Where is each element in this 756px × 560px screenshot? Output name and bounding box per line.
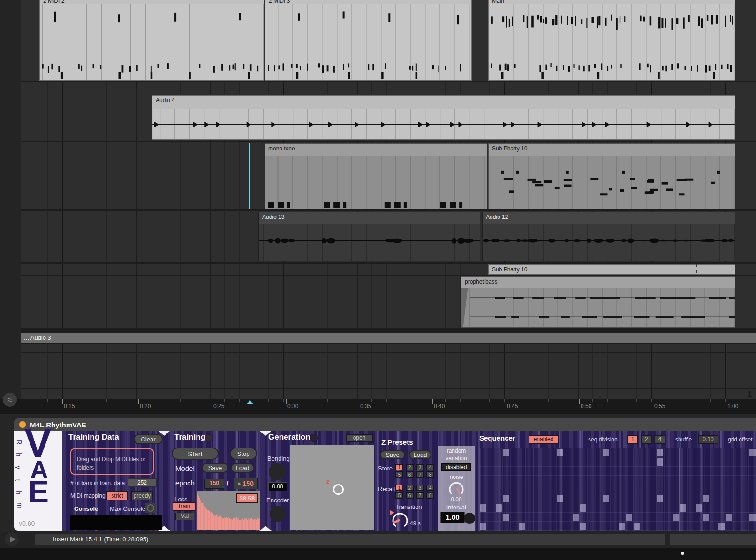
seq-step-active[interactable] <box>557 495 563 502</box>
insert-marker-icon[interactable] <box>247 400 253 404</box>
recall-slot-1[interactable]: 1 <box>395 485 403 491</box>
clip-main[interactable]: Main <box>488 0 735 81</box>
clip-audio-13[interactable]: Audio 13 <box>258 212 480 261</box>
seq-division-4[interactable]: 4 <box>654 435 665 444</box>
encoder-knob[interactable] <box>270 506 286 522</box>
bending-knob[interactable] <box>269 463 286 480</box>
recall-slot-7[interactable]: 7 <box>416 492 424 499</box>
noise-value[interactable]: 0.00 <box>438 496 475 503</box>
mapping-strict-button[interactable]: strict <box>106 491 128 500</box>
store-slot-2[interactable]: 2 <box>406 464 414 470</box>
seq-step-active[interactable] <box>480 523 486 530</box>
seq-division-1[interactable]: 1 <box>627 435 638 444</box>
recall-slot-6[interactable]: 6 <box>406 492 414 499</box>
clip-prophet-bass[interactable]: prophet bass <box>461 276 735 328</box>
interval-value[interactable]: 1.00 <box>440 512 465 523</box>
random-variation-state-button[interactable]: disabled <box>441 463 471 471</box>
store-slot-8[interactable]: 8 <box>426 471 434 478</box>
epoch-current-value[interactable]: 150 <box>204 479 224 489</box>
seq-step-active[interactable] <box>726 514 732 521</box>
seq-step-active[interactable] <box>626 514 632 521</box>
loss-train-button[interactable]: Train <box>173 502 195 511</box>
seq-step-active[interactable] <box>673 514 679 521</box>
seq-step-active[interactable] <box>680 504 686 512</box>
collapsed-track-audio3[interactable]: ... Audio 3 <box>21 333 756 343</box>
clip-sub-phatty-10[interactable]: Sub Phatty 10 <box>488 143 735 209</box>
seq-step-active[interactable] <box>657 495 663 502</box>
seq-step-active[interactable] <box>496 504 502 512</box>
interval-knob[interactable] <box>464 513 475 524</box>
seq-step-active[interactable] <box>580 504 586 512</box>
z-save-button[interactable]: Save <box>380 450 405 459</box>
time-ruler-mode-icon[interactable]: ≈ <box>3 393 17 407</box>
time-ruler[interactable]: ≈ 0:150:200:250:300:350:400:450:500:551:… <box>0 399 756 414</box>
seq-step-active[interactable] <box>634 523 640 530</box>
bending-value[interactable]: 0.00 <box>268 482 287 491</box>
clip-mono-tone[interactable]: mono tone <box>265 143 487 209</box>
seq-step-active[interactable] <box>703 514 709 521</box>
open-button[interactable]: open <box>346 434 373 442</box>
seq-step-active[interactable] <box>718 523 725 530</box>
track-lane[interactable] <box>21 344 756 352</box>
device-title-bar[interactable]: M4L.RhythmVAE <box>14 418 756 431</box>
clip-audio-12[interactable]: Audio 12 <box>482 212 735 261</box>
store-slot-3[interactable]: 3 <box>416 464 424 470</box>
seq-step-active[interactable] <box>573 514 579 521</box>
clip-2-midi-2[interactable]: 2 MIDI 2 <box>39 0 264 81</box>
seq-step-active[interactable] <box>503 449 509 456</box>
model-load-button[interactable]: Load <box>231 463 254 473</box>
seq-step-active[interactable] <box>749 514 756 521</box>
seq-step-active[interactable] <box>703 495 709 502</box>
store-slot-5[interactable]: 5 <box>395 471 403 478</box>
epoch-total-box[interactable]: ▶ 150 <box>234 478 258 489</box>
seq-step-active[interactable] <box>749 449 756 456</box>
z-load-button[interactable]: Load <box>409 450 431 459</box>
recall-slot-4[interactable]: 4 <box>426 485 434 491</box>
clip-sub-phatty-10[interactable]: Sub Phatty 10 <box>488 264 735 275</box>
recall-slot-3[interactable]: 3 <box>416 485 424 491</box>
recall-slot-2[interactable]: 2 <box>406 485 414 491</box>
play-badge[interactable] <box>5 532 19 546</box>
bars-value[interactable]: 252 <box>128 478 157 487</box>
store-slot-7[interactable]: 7 <box>416 471 424 478</box>
z-xy-pad[interactable]: z <box>290 445 374 530</box>
clear-button[interactable]: Clear <box>134 434 163 444</box>
mapping-greedy-button[interactable]: greedy <box>131 491 153 500</box>
store-slot-4[interactable]: 4 <box>426 464 434 470</box>
loss-val-button[interactable]: Val <box>175 513 194 520</box>
seq-step-active[interactable] <box>557 449 563 456</box>
max-console-toggle[interactable] <box>145 503 156 513</box>
transition-value[interactable]: 1.49 s <box>405 520 421 527</box>
store-slot-1[interactable]: 1 <box>395 464 403 470</box>
sequencer-grid[interactable] <box>479 448 756 531</box>
model-save-button[interactable]: Save <box>202 463 228 473</box>
seq-step-active[interactable] <box>580 523 586 530</box>
shuffle-value[interactable]: 0.10 <box>698 435 718 444</box>
arrangement-view[interactable]: ... Audio 32 MIDI 22 MIDI 3MainAudio 4mo… <box>0 0 756 399</box>
track-lane[interactable] <box>21 389 756 399</box>
seq-step-active[interactable] <box>696 504 702 512</box>
clip-audio-4[interactable]: Audio 4 <box>152 95 735 140</box>
seq-step-active[interactable] <box>503 514 509 521</box>
seq-step-active[interactable] <box>657 449 663 456</box>
recall-slot-5[interactable]: 5 <box>395 492 403 499</box>
stop-button[interactable]: Stop <box>230 448 257 460</box>
clip-2-midi-3[interactable]: 2 MIDI 3 <box>265 0 472 81</box>
noise-knob[interactable] <box>447 480 465 496</box>
seq-step-active[interactable] <box>519 523 525 530</box>
z-cursor-icon[interactable] <box>333 484 344 495</box>
seq-step-active[interactable] <box>480 504 486 512</box>
seq-step-active[interactable] <box>619 523 625 530</box>
start-button[interactable]: Start <box>172 448 219 460</box>
recall-slot-8[interactable]: 8 <box>426 492 434 499</box>
loss-value[interactable]: 38.58 <box>236 493 258 503</box>
seq-step-active[interactable] <box>603 495 609 502</box>
sequencer-enabled-button[interactable]: enabled <box>529 435 559 444</box>
seq-step-active[interactable] <box>657 458 663 466</box>
seq-step-active[interactable] <box>503 495 509 502</box>
midi-dropzone[interactable]: Drag and Drop MIDI files or folders <box>70 448 154 475</box>
seq-division-2[interactable]: 2 <box>641 435 652 444</box>
store-slot-6[interactable]: 6 <box>406 471 414 478</box>
track-lane[interactable] <box>21 353 756 388</box>
seq-step-active[interactable] <box>603 449 609 456</box>
